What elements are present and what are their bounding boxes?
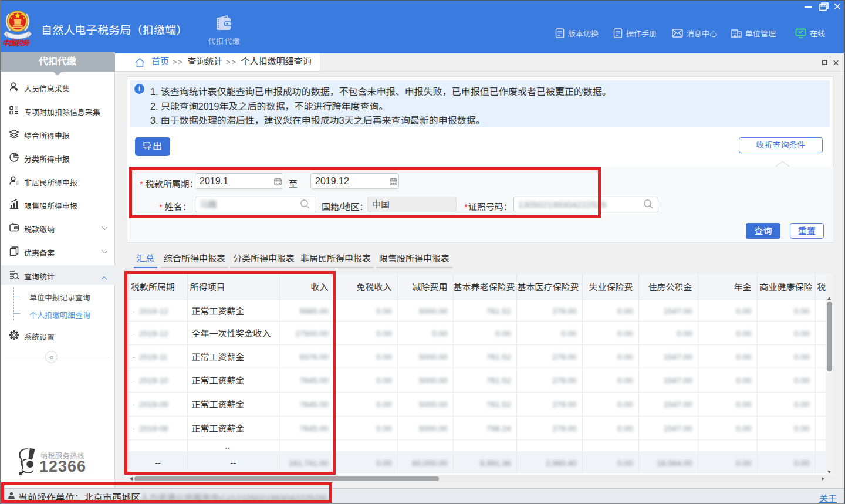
svg-text:中国税务: 中国税务 [2, 39, 31, 47]
